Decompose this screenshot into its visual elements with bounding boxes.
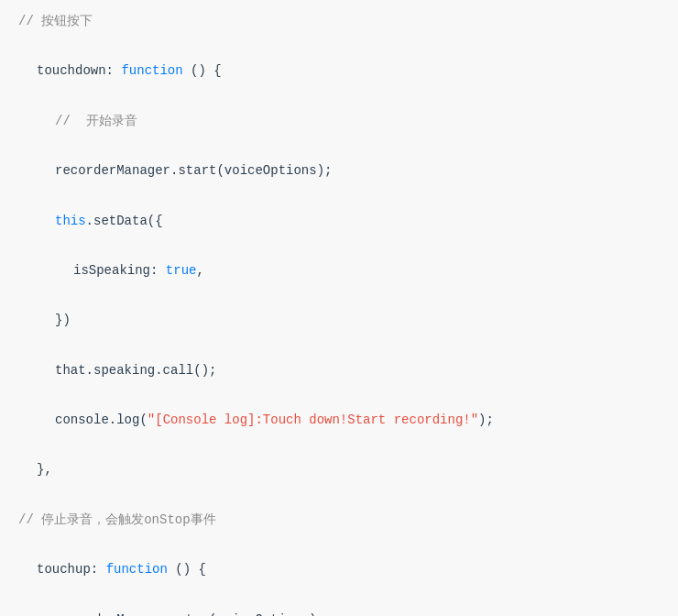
recorder-manager-stop: recorderManager.stop(voiceOptions) [55,609,317,617]
code-container: // 按钮按下 touchdown: function () { // 开始录音… [0,0,678,616]
line-comment-start-recording: // 开始录音 [0,109,678,134]
setdata-close: }) [55,309,71,332]
touchdown-paren: () { [183,60,222,82]
keyword-function-1: function [121,60,182,82]
line-blank-4 [0,183,678,208]
line-is-speaking-true: isSpeaking: true, [0,258,678,283]
line-blank-6 [0,283,678,308]
touchdown-close: }, [37,458,52,481]
line-that-speaking-call: that.speaking.call(); [0,358,678,383]
line-touchup-start: touchup: function () { [0,557,678,582]
touchdown-label: touchdown: [37,60,121,82]
that-speaking-call: that.speaking.call(); [55,359,216,382]
keyword-true-1: true [166,259,197,282]
line-this-setdata-open: this.setData({ [0,209,678,234]
line-blank-8 [0,383,678,408]
line-blank-5 [0,234,678,258]
string-touchdown: "[Console log]:Touch down!Start recordin… [148,409,478,432]
comment-button-press: // 按钮按下 [18,10,93,33]
line-recorder-stop: recorderManager.stop(voiceOptions) [0,608,678,617]
line-touchdown-end: }, [0,457,678,482]
touchup-paren: () { [168,558,206,581]
line-comment-stop-recording: // 停止录音，会触发onStop事件 [0,508,678,533]
line-comment-button-press: // 按钮按下 [0,9,678,34]
comma-1: , [196,259,203,282]
line-blank-1 [0,34,678,59]
comment-start-recording: // 开始录音 [55,110,137,133]
is-speaking-label: isSpeaking: [73,259,166,282]
line-blank-2 [0,84,678,109]
line-blank-10 [0,483,678,508]
recorder-manager-start: recorderManager.start(voiceOptions); [55,160,332,182]
touchup-label: touchup: [37,558,106,581]
comment-stop-recording: // 停止录音，会触发onStop事件 [18,509,216,532]
line-blank-11 [0,533,678,557]
line-blank-3 [0,134,678,159]
keyword-this-1: this [55,210,86,233]
keyword-function-2: function [106,558,168,581]
line-blank-12 [0,582,678,607]
console-log-end-1: ); [478,409,494,432]
line-touchdown-start: touchdown: function () { [0,59,678,83]
console-log-label-1: console.log( [55,409,148,432]
line-console-log-touchdown: console.log("[Console log]:Touch down!St… [0,408,678,433]
line-recorder-start: recorderManager.start(voiceOptions); [0,159,678,183]
line-blank-7 [0,333,678,358]
line-setdata-close: }) [0,308,678,333]
line-blank-9 [0,433,678,457]
setdata-call: .setData({ [86,210,163,233]
